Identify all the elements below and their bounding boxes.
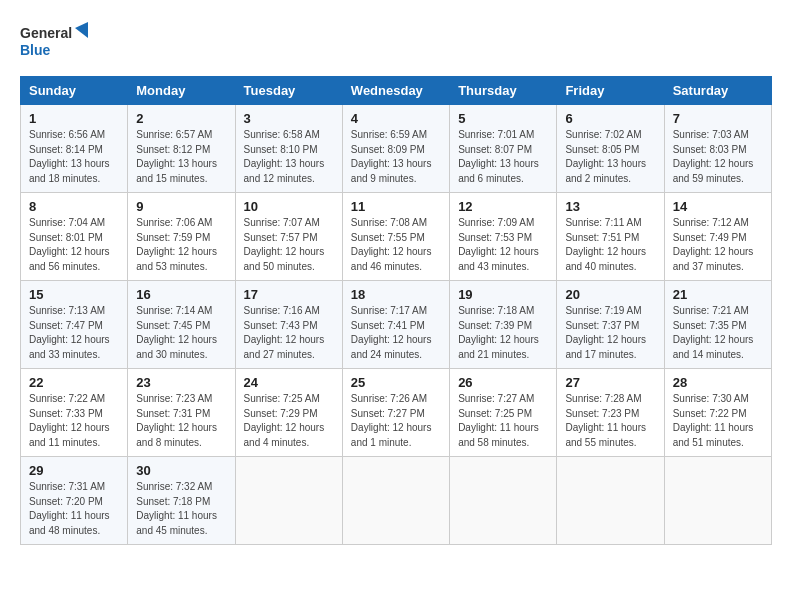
day-info: Sunrise: 7:17 AM Sunset: 7:41 PM Dayligh… xyxy=(351,304,441,362)
calendar-week-row: 29Sunrise: 7:31 AM Sunset: 7:20 PM Dayli… xyxy=(21,457,772,545)
day-number: 10 xyxy=(244,199,334,214)
weekday-header-tuesday: Tuesday xyxy=(235,77,342,105)
logo: GeneralBlue xyxy=(20,20,90,60)
calendar-cell: 27Sunrise: 7:28 AM Sunset: 7:23 PM Dayli… xyxy=(557,369,664,457)
day-number: 19 xyxy=(458,287,548,302)
calendar-week-row: 8Sunrise: 7:04 AM Sunset: 8:01 PM Daylig… xyxy=(21,193,772,281)
calendar-cell: 29Sunrise: 7:31 AM Sunset: 7:20 PM Dayli… xyxy=(21,457,128,545)
day-number: 1 xyxy=(29,111,119,126)
calendar-cell: 26Sunrise: 7:27 AM Sunset: 7:25 PM Dayli… xyxy=(450,369,557,457)
calendar-cell: 14Sunrise: 7:12 AM Sunset: 7:49 PM Dayli… xyxy=(664,193,771,281)
calendar-cell xyxy=(342,457,449,545)
day-info: Sunrise: 7:06 AM Sunset: 7:59 PM Dayligh… xyxy=(136,216,226,274)
day-info: Sunrise: 7:09 AM Sunset: 7:53 PM Dayligh… xyxy=(458,216,548,274)
day-info: Sunrise: 7:28 AM Sunset: 7:23 PM Dayligh… xyxy=(565,392,655,450)
calendar-cell: 9Sunrise: 7:06 AM Sunset: 7:59 PM Daylig… xyxy=(128,193,235,281)
calendar-table: SundayMondayTuesdayWednesdayThursdayFrid… xyxy=(20,76,772,545)
day-info: Sunrise: 7:21 AM Sunset: 7:35 PM Dayligh… xyxy=(673,304,763,362)
calendar-cell: 17Sunrise: 7:16 AM Sunset: 7:43 PM Dayli… xyxy=(235,281,342,369)
day-number: 15 xyxy=(29,287,119,302)
weekday-header-saturday: Saturday xyxy=(664,77,771,105)
day-info: Sunrise: 7:26 AM Sunset: 7:27 PM Dayligh… xyxy=(351,392,441,450)
day-number: 27 xyxy=(565,375,655,390)
day-info: Sunrise: 7:11 AM Sunset: 7:51 PM Dayligh… xyxy=(565,216,655,274)
calendar-cell xyxy=(664,457,771,545)
calendar-cell: 5Sunrise: 7:01 AM Sunset: 8:07 PM Daylig… xyxy=(450,105,557,193)
day-number: 17 xyxy=(244,287,334,302)
day-info: Sunrise: 6:56 AM Sunset: 8:14 PM Dayligh… xyxy=(29,128,119,186)
calendar-cell: 4Sunrise: 6:59 AM Sunset: 8:09 PM Daylig… xyxy=(342,105,449,193)
day-number: 24 xyxy=(244,375,334,390)
day-info: Sunrise: 7:14 AM Sunset: 7:45 PM Dayligh… xyxy=(136,304,226,362)
day-info: Sunrise: 7:31 AM Sunset: 7:20 PM Dayligh… xyxy=(29,480,119,538)
day-info: Sunrise: 7:12 AM Sunset: 7:49 PM Dayligh… xyxy=(673,216,763,274)
day-info: Sunrise: 7:32 AM Sunset: 7:18 PM Dayligh… xyxy=(136,480,226,538)
day-number: 3 xyxy=(244,111,334,126)
calendar-cell: 6Sunrise: 7:02 AM Sunset: 8:05 PM Daylig… xyxy=(557,105,664,193)
day-info: Sunrise: 7:30 AM Sunset: 7:22 PM Dayligh… xyxy=(673,392,763,450)
day-info: Sunrise: 7:27 AM Sunset: 7:25 PM Dayligh… xyxy=(458,392,548,450)
calendar-cell: 30Sunrise: 7:32 AM Sunset: 7:18 PM Dayli… xyxy=(128,457,235,545)
day-number: 26 xyxy=(458,375,548,390)
calendar-cell: 28Sunrise: 7:30 AM Sunset: 7:22 PM Dayli… xyxy=(664,369,771,457)
day-number: 8 xyxy=(29,199,119,214)
day-info: Sunrise: 7:08 AM Sunset: 7:55 PM Dayligh… xyxy=(351,216,441,274)
weekday-header-sunday: Sunday xyxy=(21,77,128,105)
day-info: Sunrise: 6:59 AM Sunset: 8:09 PM Dayligh… xyxy=(351,128,441,186)
calendar-cell: 10Sunrise: 7:07 AM Sunset: 7:57 PM Dayli… xyxy=(235,193,342,281)
day-number: 23 xyxy=(136,375,226,390)
day-number: 13 xyxy=(565,199,655,214)
calendar-cell: 19Sunrise: 7:18 AM Sunset: 7:39 PM Dayli… xyxy=(450,281,557,369)
calendar-week-row: 1Sunrise: 6:56 AM Sunset: 8:14 PM Daylig… xyxy=(21,105,772,193)
calendar-cell xyxy=(557,457,664,545)
svg-text:General: General xyxy=(20,25,72,41)
calendar-cell: 15Sunrise: 7:13 AM Sunset: 7:47 PM Dayli… xyxy=(21,281,128,369)
calendar-cell: 18Sunrise: 7:17 AM Sunset: 7:41 PM Dayli… xyxy=(342,281,449,369)
day-info: Sunrise: 7:04 AM Sunset: 8:01 PM Dayligh… xyxy=(29,216,119,274)
weekday-header-monday: Monday xyxy=(128,77,235,105)
day-number: 20 xyxy=(565,287,655,302)
day-number: 2 xyxy=(136,111,226,126)
day-number: 30 xyxy=(136,463,226,478)
calendar-cell: 2Sunrise: 6:57 AM Sunset: 8:12 PM Daylig… xyxy=(128,105,235,193)
day-number: 16 xyxy=(136,287,226,302)
calendar-cell: 1Sunrise: 6:56 AM Sunset: 8:14 PM Daylig… xyxy=(21,105,128,193)
calendar-cell: 13Sunrise: 7:11 AM Sunset: 7:51 PM Dayli… xyxy=(557,193,664,281)
day-number: 25 xyxy=(351,375,441,390)
day-info: Sunrise: 7:03 AM Sunset: 8:03 PM Dayligh… xyxy=(673,128,763,186)
svg-marker-2 xyxy=(75,22,88,38)
day-number: 5 xyxy=(458,111,548,126)
weekday-header-thursday: Thursday xyxy=(450,77,557,105)
svg-text:Blue: Blue xyxy=(20,42,51,58)
day-info: Sunrise: 7:01 AM Sunset: 8:07 PM Dayligh… xyxy=(458,128,548,186)
calendar-cell: 22Sunrise: 7:22 AM Sunset: 7:33 PM Dayli… xyxy=(21,369,128,457)
calendar-cell: 8Sunrise: 7:04 AM Sunset: 8:01 PM Daylig… xyxy=(21,193,128,281)
day-number: 4 xyxy=(351,111,441,126)
calendar-cell: 25Sunrise: 7:26 AM Sunset: 7:27 PM Dayli… xyxy=(342,369,449,457)
weekday-header-friday: Friday xyxy=(557,77,664,105)
calendar-cell: 11Sunrise: 7:08 AM Sunset: 7:55 PM Dayli… xyxy=(342,193,449,281)
day-number: 9 xyxy=(136,199,226,214)
calendar-cell: 21Sunrise: 7:21 AM Sunset: 7:35 PM Dayli… xyxy=(664,281,771,369)
calendar-cell: 16Sunrise: 7:14 AM Sunset: 7:45 PM Dayli… xyxy=(128,281,235,369)
calendar-cell: 12Sunrise: 7:09 AM Sunset: 7:53 PM Dayli… xyxy=(450,193,557,281)
calendar-cell xyxy=(235,457,342,545)
weekday-header-wednesday: Wednesday xyxy=(342,77,449,105)
calendar-week-row: 22Sunrise: 7:22 AM Sunset: 7:33 PM Dayli… xyxy=(21,369,772,457)
day-number: 11 xyxy=(351,199,441,214)
day-number: 6 xyxy=(565,111,655,126)
day-number: 18 xyxy=(351,287,441,302)
day-info: Sunrise: 7:02 AM Sunset: 8:05 PM Dayligh… xyxy=(565,128,655,186)
calendar-cell: 20Sunrise: 7:19 AM Sunset: 7:37 PM Dayli… xyxy=(557,281,664,369)
day-info: Sunrise: 6:58 AM Sunset: 8:10 PM Dayligh… xyxy=(244,128,334,186)
logo-icon: GeneralBlue xyxy=(20,20,90,60)
day-number: 22 xyxy=(29,375,119,390)
day-number: 14 xyxy=(673,199,763,214)
day-number: 7 xyxy=(673,111,763,126)
calendar-week-row: 15Sunrise: 7:13 AM Sunset: 7:47 PM Dayli… xyxy=(21,281,772,369)
day-info: Sunrise: 6:57 AM Sunset: 8:12 PM Dayligh… xyxy=(136,128,226,186)
day-info: Sunrise: 7:19 AM Sunset: 7:37 PM Dayligh… xyxy=(565,304,655,362)
page-header: GeneralBlue xyxy=(20,20,772,60)
day-info: Sunrise: 7:13 AM Sunset: 7:47 PM Dayligh… xyxy=(29,304,119,362)
day-number: 29 xyxy=(29,463,119,478)
